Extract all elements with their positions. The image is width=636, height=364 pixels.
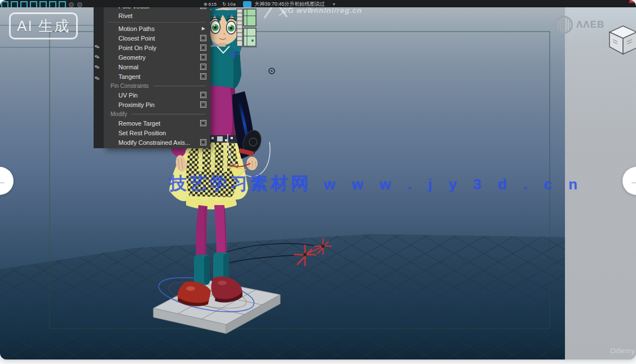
shelf-icon[interactable] bbox=[39, 1, 47, 7]
shelf-icon[interactable] bbox=[11, 1, 18, 7]
round-tool-icon[interactable] bbox=[69, 2, 74, 7]
option-box-icon[interactable] bbox=[200, 92, 206, 98]
menu-item-proximity-pin[interactable]: Proximity Pin bbox=[104, 100, 210, 109]
maya-viewport[interactable] bbox=[0, 7, 565, 359]
menu-item-modify-constrained-axis[interactable]: Modify Constrained Axis... bbox=[104, 137, 210, 147]
sculpt-tool-icon[interactable]: ✎ bbox=[94, 53, 101, 61]
menu-item-label: UV Pin bbox=[118, 92, 138, 99]
ai-generated-label: AI 生成 bbox=[17, 16, 70, 36]
menu-item-label: Closest Point bbox=[118, 35, 155, 42]
lasso-tool-icon[interactable]: ✎ bbox=[94, 74, 101, 83]
menu-item-tangent[interactable]: Tangent bbox=[104, 72, 210, 81]
section-rule bbox=[131, 114, 206, 114]
menu-item-label: Modify Constrained Axis... bbox=[118, 139, 190, 146]
menu-item-label: Set Rest Position bbox=[118, 130, 166, 136]
cube-logo-icon bbox=[608, 25, 636, 56]
option-box-icon[interactable] bbox=[200, 64, 206, 70]
paint-tool-icon[interactable]: ✎ bbox=[94, 63, 101, 72]
video-frame: ⊕ 615 ↻ 10a 大神39:70:45分升初始线图说过 ▾ bbox=[0, 0, 636, 359]
shelf-icon[interactable] bbox=[49, 1, 56, 7]
menu-item-label: Motion Paths bbox=[118, 25, 154, 32]
arrow-left-icon: ← bbox=[0, 175, 7, 188]
brand-circle-logo bbox=[555, 16, 573, 34]
menu-item-point-on-poly[interactable]: Point On Poly bbox=[104, 43, 210, 52]
tab-title[interactable]: 大神39:70:45分升初始线图说过 bbox=[254, 1, 325, 7]
tool-strip: ✎ ✎ ✎ ✎ ✎ bbox=[94, 0, 104, 148]
menu-item-label: Geometry bbox=[118, 54, 145, 61]
chevron-down-icon[interactable]: ▾ bbox=[333, 1, 335, 7]
record-indicator bbox=[629, 0, 634, 3]
section-rule bbox=[153, 86, 206, 86]
brand-logo-text: ΛΛEB bbox=[576, 19, 604, 30]
shelf-icon[interactable] bbox=[59, 1, 66, 7]
shelf-icon[interactable] bbox=[30, 1, 37, 7]
shelf-icon[interactable] bbox=[1, 1, 8, 7]
menu-item-label: Rivet bbox=[118, 12, 132, 19]
option-box-icon[interactable] bbox=[200, 120, 206, 126]
menu-item-label: Normal bbox=[118, 64, 138, 70]
round-tool-icon[interactable] bbox=[77, 2, 82, 7]
tab-favicon[interactable] bbox=[243, 1, 251, 7]
menu-item-label: Point On Poly bbox=[118, 45, 156, 51]
secondary-count: 10a bbox=[227, 1, 236, 7]
constrain-menu: Pole Vector Rivet Motion Paths ▶ Closest… bbox=[104, 0, 210, 148]
view-count: 615 bbox=[209, 1, 217, 7]
menu-item-label: Remove Target bbox=[118, 120, 160, 127]
menu-item-closest-point[interactable]: Closest Point bbox=[104, 33, 210, 43]
arrow-right-icon: → bbox=[629, 175, 636, 188]
menu-item-rivet[interactable]: Rivet bbox=[104, 11, 210, 20]
ai-generated-badge: AI 生成 bbox=[9, 12, 78, 39]
menu-section-label: Modify bbox=[111, 111, 127, 117]
menu-section-label: Pin Constraints bbox=[111, 83, 149, 89]
option-box-icon[interactable] bbox=[200, 101, 206, 108]
option-box-icon[interactable] bbox=[200, 54, 206, 60]
top-toolbar: ⊕ 615 ↻ 10a 大神39:70:45分升初始线图说过 ▾ bbox=[0, 0, 636, 7]
globe-icon[interactable]: ⊕ bbox=[204, 2, 207, 7]
menu-section-pin-constraints: Pin Constraints bbox=[104, 81, 210, 90]
menu-item-uv-pin[interactable]: UV Pin bbox=[104, 90, 210, 100]
menu-item-remove-target[interactable]: Remove Target bbox=[104, 118, 210, 128]
cg-logo-text: CG wvwnnlni/reg.cn bbox=[282, 6, 362, 15]
menu-section-modify: Modify bbox=[104, 109, 210, 118]
submenu-arrow-icon: ▶ bbox=[202, 26, 205, 31]
brush-tool-icon[interactable]: ✎ bbox=[94, 43, 101, 51]
option-box-icon[interactable] bbox=[200, 139, 206, 145]
option-box-icon[interactable] bbox=[200, 45, 206, 51]
corner-watermark: Odemy bbox=[610, 347, 635, 355]
menu-item-geometry[interactable]: Geometry bbox=[104, 52, 210, 62]
menu-item-label: Proximity Pin bbox=[118, 101, 154, 108]
option-box-icon[interactable] bbox=[200, 73, 206, 79]
menu-item-normal[interactable]: Normal bbox=[104, 62, 210, 72]
constrain-menu-wrap: ✎ ✎ ✎ ✎ ✎ Pole Vector Rivet Motion Paths… bbox=[94, 0, 210, 148]
menu-item-set-rest-position[interactable]: Set Rest Position bbox=[104, 128, 210, 137]
refresh-icon[interactable]: ↻ bbox=[223, 2, 227, 7]
menu-item-label: Tangent bbox=[118, 73, 140, 80]
menu-item-motion-paths[interactable]: Motion Paths ▶ bbox=[104, 24, 210, 33]
shelf-icon[interactable] bbox=[20, 1, 28, 7]
option-box-icon[interactable] bbox=[200, 35, 206, 41]
